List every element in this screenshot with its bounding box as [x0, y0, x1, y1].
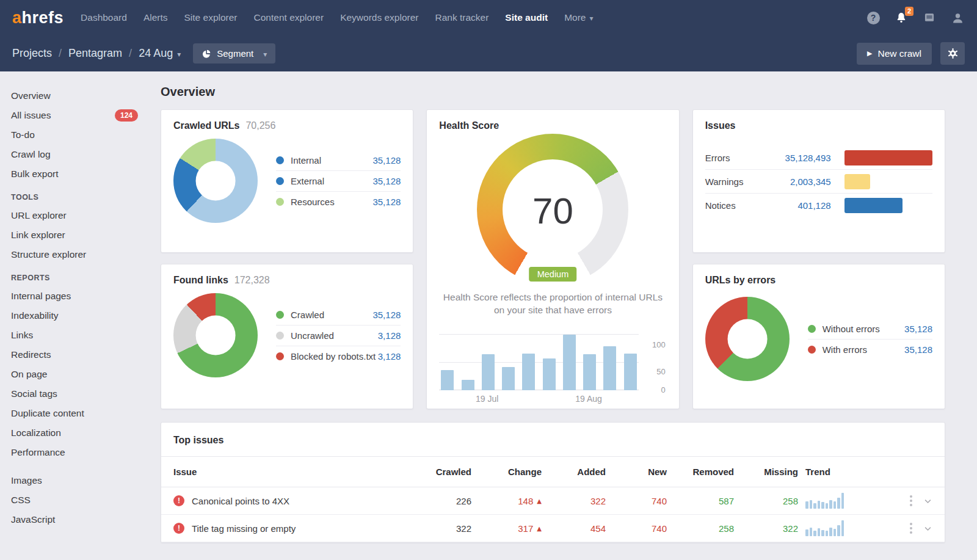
legend-dot [276, 332, 284, 340]
table-row[interactable]: Title tag missing or empty 322 317 454 7… [161, 515, 945, 542]
nav-more[interactable]: More [564, 12, 593, 23]
pie-chart-icon [202, 49, 211, 59]
sidebar-item-crawl-log[interactable]: Crawl log [11, 145, 138, 164]
legend-dot [276, 311, 284, 319]
top-navigation: ahrefs Dashboard Alerts Site explorer Co… [0, 0, 977, 35]
issues-row-notices[interactable]: Notices 401,128 [705, 194, 932, 217]
nav-keywords-explorer[interactable]: Keywords explorer [340, 12, 418, 23]
feedback-icon[interactable] [922, 10, 937, 25]
sidebar-item-redirects[interactable]: Redirects [11, 345, 138, 365]
health-score-trend-chart: 100 50 0 [439, 327, 666, 390]
gear-icon [947, 48, 959, 59]
found-links-donut-chart[interactable] [173, 293, 258, 377]
sidebar-item-performance[interactable]: Performance [11, 443, 138, 462]
legend-item-crawled[interactable]: Crawled 35,128 [276, 305, 401, 325]
breadcrumb-projects[interactable]: Projects [12, 47, 52, 60]
help-icon[interactable] [866, 10, 881, 25]
issue-name[interactable]: Title tag missing or empty [192, 523, 296, 534]
col-added[interactable]: Added [542, 467, 606, 477]
urls-by-errors-legend: Without errors 35,128 With errors 35,128 [808, 319, 932, 360]
sidebar-item-url-explorer[interactable]: URL explorer [11, 206, 138, 225]
legend-item-without-errors[interactable]: Without errors 35,128 [808, 319, 932, 340]
col-issue[interactable]: Issue [173, 467, 416, 477]
sidebar-item-internal-pages[interactable]: Internal pages [11, 286, 138, 306]
row-menu-kebab-icon[interactable] [909, 522, 913, 535]
legend-item-uncrawled[interactable]: Uncrawled 3,128 [276, 325, 401, 346]
nav-alerts[interactable]: Alerts [143, 12, 168, 23]
nav-rank-tracker[interactable]: Rank tracker [435, 12, 488, 23]
nav-site-audit[interactable]: Site audit [505, 12, 548, 23]
trend-sparkline [805, 493, 844, 509]
legend-item-with-errors[interactable]: With errors 35,128 [808, 340, 932, 360]
main-content: Overview Crawled URLs 70,256 Internal 35… [153, 71, 977, 560]
sidebar-item-links[interactable]: Links [11, 325, 138, 345]
col-trend[interactable]: Trend [798, 467, 884, 477]
nav-content-explorer[interactable]: Content explorer [254, 12, 324, 23]
legend-dot [276, 177, 284, 185]
row-expand-chevron-icon[interactable] [923, 496, 932, 506]
col-missing[interactable]: Missing [734, 467, 798, 477]
topnav-right-icons: 2 [866, 10, 965, 25]
health-score-rating-badge: Medium [529, 267, 577, 282]
legend-item-external[interactable]: External 35,128 [276, 171, 401, 192]
urls-by-errors-donut-chart[interactable] [705, 297, 790, 381]
sidebar-item-to-do[interactable]: To-do [11, 125, 138, 145]
health-score-description: Health Score reflects the proportion of … [439, 291, 666, 317]
found-links-total: 172,328 [234, 275, 270, 286]
crawled-urls-total: 70,256 [245, 120, 275, 131]
nav-dashboard[interactable]: Dashboard [81, 12, 127, 23]
row-expand-chevron-icon[interactable] [923, 524, 932, 533]
crawled-urls-donut-chart[interactable] [173, 139, 258, 223]
col-removed[interactable]: Removed [667, 467, 734, 477]
issue-name[interactable]: Canonical points to 4XX [192, 496, 289, 506]
new-crawl-button[interactable]: ▶ New crawl [857, 43, 932, 65]
col-crawled[interactable]: Crawled [416, 467, 471, 477]
ahrefs-logo[interactable]: ahrefs [12, 9, 64, 27]
row-menu-kebab-icon[interactable] [909, 494, 913, 507]
col-change[interactable]: Change [471, 467, 542, 477]
sidebar-item-images[interactable]: Images [11, 471, 138, 490]
settings-button[interactable] [940, 42, 965, 65]
sidebar-item-structure-explorer[interactable]: Structure explorer [11, 245, 138, 264]
sidebar-item-all-issues[interactable]: All issues124 [11, 106, 138, 125]
error-severity-icon [173, 495, 184, 506]
breadcrumb-project-name[interactable]: Pentagram [68, 47, 122, 60]
sidebar-item-duplicate-content[interactable]: Duplicate content [11, 404, 138, 423]
sidebar-item-on-page[interactable]: On page [11, 365, 138, 384]
crawl-date-dropdown[interactable]: 24 Aug [139, 47, 181, 60]
trend-bars[interactable] [439, 327, 638, 390]
health-score-value: 70 [532, 190, 573, 232]
legend-dot [276, 352, 284, 360]
legend-dot [808, 325, 816, 333]
sidebar-item-localization[interactable]: Localization [11, 423, 138, 443]
sidebar-item-indexability[interactable]: Indexability [11, 306, 138, 325]
top-issues-header-row: Issue Crawled Change Added New Removed M… [161, 457, 945, 487]
issues-card: Issues Errors 35,128,493 Warnings 2,003,… [692, 109, 945, 253]
legend-item-resources[interactable]: Resources 35,128 [276, 192, 401, 212]
sidebar-item-css[interactable]: CSS [11, 490, 138, 510]
errors-bar [844, 150, 932, 165]
play-icon: ▶ [867, 49, 872, 57]
segment-dropdown-button[interactable]: Segment [193, 43, 275, 64]
table-row[interactable]: Canonical points to 4XX 226 148 322 740 … [161, 487, 945, 515]
legend-dot [276, 156, 284, 164]
sidebar-item-overview[interactable]: Overview [11, 86, 138, 106]
legend-item-blocked-by-robots[interactable]: Blocked by robots.txt 3,128 [276, 346, 401, 366]
legend-dot [276, 198, 284, 206]
sidebar-item-social-tags[interactable]: Social tags [11, 384, 138, 404]
top-issues-title: Top issues [161, 423, 945, 457]
nav-site-explorer[interactable]: Site explorer [184, 12, 238, 23]
legend-item-internal[interactable]: Internal 35,128 [276, 150, 401, 171]
error-severity-icon [173, 523, 184, 534]
notifications-bell-icon[interactable]: 2 [894, 10, 909, 25]
user-profile-icon[interactable] [950, 10, 965, 25]
sidebar-item-bulk-export[interactable]: Bulk export [11, 164, 138, 184]
sidebar-item-javascript[interactable]: JavaScript [11, 510, 138, 529]
issues-row-warnings[interactable]: Warnings 2,003,345 [705, 170, 932, 194]
issues-row-errors[interactable]: Errors 35,128,493 [705, 146, 932, 170]
crawled-urls-legend: Internal 35,128 External 35,128 Resource… [276, 150, 401, 212]
col-new[interactable]: New [606, 467, 667, 477]
issues-title: Issues [705, 120, 736, 131]
page-title: Overview [161, 85, 945, 99]
sidebar-item-link-explorer[interactable]: Link explorer [11, 225, 138, 245]
